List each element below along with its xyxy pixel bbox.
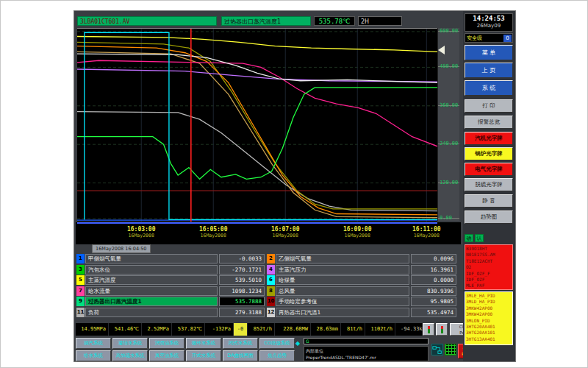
command-input[interactable]: G <box>304 338 429 344</box>
toolbar-button[interactable]: 凝结水系统 <box>112 338 148 349</box>
pen-tool-button-1[interactable] <box>423 323 434 336</box>
status-bar: 14.95MPa541.46℃2.52MPa537.82℃-132Pa-0852… <box>76 323 423 336</box>
link-nodes-icon[interactable] <box>431 344 443 355</box>
pen-table-right: 2乙侧烟气氧量0.00964主蒸汽压力16.39616给煤量0.00008总风量… <box>267 254 456 318</box>
alarm-item[interactable]: T18E12ACHT <box>466 258 512 264</box>
sidebar-button[interactable]: 电气光字牌 <box>465 163 513 176</box>
pen-label: 主蒸汽压力 <box>276 265 409 275</box>
trend-row[interactable]: 4主蒸汽压力16.3961 <box>267 265 456 275</box>
alarm-item[interactable]: 3MKW42AP00 <box>466 311 512 317</box>
toolbar-button[interactable]: DA曲线画面 <box>223 350 258 361</box>
sidebar-button[interactable]: 报警总览 <box>465 116 513 129</box>
toolbar-button[interactable]: 高加疏水系统 <box>112 350 148 361</box>
alarm-item[interactable]: 3MLON_PID <box>466 318 512 324</box>
toolbar-button[interactable]: 给水系统 <box>76 350 111 361</box>
cursor-timestamp: 16May2008 16:04:50 <box>92 244 151 253</box>
trend-row[interactable]: 6给煤量0.0000 <box>267 275 456 285</box>
sidebar-button[interactable]: 趋势图 <box>465 210 513 224</box>
toolbar-button[interactable]: 焦点趋势 <box>259 350 295 361</box>
trend-row[interactable]: 2乙侧烟气氧量0.0096 <box>267 254 456 263</box>
alarm-item[interactable]: IDF_OZF_F <box>466 271 512 277</box>
x-tick-time: 16:09:00 <box>343 226 372 233</box>
status-value: 28.63mm <box>311 323 340 336</box>
x-tick: 16:05:0016May2008 <box>199 226 228 238</box>
trend-row[interactable]: 3汽包水位-270.1721 <box>76 265 265 275</box>
alarm-ack-button[interactable]: 确 <box>465 234 473 242</box>
sidebar-button[interactable]: 上 页 <box>465 63 513 78</box>
toolbar-button[interactable]: 开式水系统 <box>186 350 221 361</box>
info-line-2: PreperTrendASDL.'TREND47'.mr <box>306 354 426 361</box>
security-count-badge: 0 <box>503 35 512 42</box>
toolbar-row-2: 给水系统高加疏水系统真空油系统开式水系统DA曲线画面焦点趋势 <box>76 350 295 361</box>
pen-color-chip: 10 <box>267 297 275 306</box>
alarm-item[interactable]: 3MKW42AP00 <box>466 305 512 311</box>
trend-row[interactable]: 5主蒸汽温度539.5010 <box>76 275 265 285</box>
trend-description-field[interactable]: 过热器出口蒸汽温度1 <box>221 16 311 26</box>
alarm-item[interactable]: B39O18HT <box>466 246 512 252</box>
pen-label: 过热器出口蒸汽温度1 <box>85 297 218 306</box>
info-line-1: 内部单位 <box>306 347 426 354</box>
sidebar-button[interactable]: 汽机光字牌 <box>465 132 513 145</box>
sidebar-button[interactable]: 静 音 <box>465 194 513 208</box>
diamond-icon[interactable]: ◆ <box>294 340 301 347</box>
x-tick-time: 16:11:00 <box>412 226 441 233</box>
pen-value: 539.5010 <box>219 275 265 285</box>
sidebar-button[interactable]: 脱硫光字牌 <box>465 178 513 191</box>
toolbar-button[interactable]: 润滑油系统 <box>149 338 184 349</box>
alarm-item[interactable]: 3HTG20AA401 <box>466 324 512 330</box>
pen-label: 乙侧烟气氧量 <box>276 254 409 263</box>
hmi-window: 3LBA01CT601.AV 过热器出口蒸汽温度1 535.78℃ 2H 600… <box>74 10 516 362</box>
pen-value-marker-icon <box>438 46 445 54</box>
trend-row[interactable]: 8总风量830.9396 <box>267 286 456 296</box>
pen-tool-button-2[interactable] <box>436 323 448 336</box>
alarm-item[interactable]: 3MLE_HA_PID <box>466 293 512 299</box>
y-tick-label: 360.00 <box>440 102 458 108</box>
trend-row[interactable]: 1甲侧烟气氧量-0.0033 <box>76 254 265 263</box>
trend-row[interactable]: 9过热器出口蒸汽温度1535.7888 <box>76 297 265 306</box>
alarm-item[interactable]: 3HTG13AA401 <box>466 336 512 342</box>
pen-color-chip: 9 <box>76 297 85 306</box>
trend-plot[interactable] <box>77 28 437 222</box>
trend-current-value: 535.78℃ <box>314 16 355 26</box>
sidebar: 14:24:53 26May09 安全级 0 菜 单上 页系 统打 印报警总览汽… <box>463 11 515 361</box>
trend-row[interactable]: 7给水流量1098.1234 <box>76 286 265 296</box>
pen-value: 95.9805 <box>411 297 456 306</box>
alarm-ack-button[interactable]: 认 <box>475 234 484 242</box>
pen-label: 负荷 <box>85 308 218 317</box>
pen-color-chip: 5 <box>76 275 85 285</box>
trend-tag-field[interactable]: 3LBA01CT601.AV <box>77 16 217 26</box>
alarm-item[interactable]: MLE_PAF <box>466 283 512 289</box>
pen-label: 主蒸汽温度 <box>85 275 218 285</box>
trend-range-selector[interactable]: 2H <box>358 16 402 26</box>
pen-value: 1098.1234 <box>219 286 265 296</box>
clock: 14:24:53 26May09 <box>465 13 513 32</box>
pen-color-chip: 4 <box>267 265 275 275</box>
pen-color-chip: 12 <box>267 308 275 317</box>
status-value: 541.46℃ <box>109 323 141 336</box>
toolbar-button[interactable]: 循环水系统 <box>186 338 221 349</box>
trend-row[interactable]: 10手动给定参考值95.9805 <box>267 297 456 306</box>
pen-label: 给水流量 <box>85 286 218 296</box>
alarm-item[interactable]: 3MLD_HA_PID <box>466 299 512 305</box>
alarm-item[interactable]: O2 <box>466 264 512 270</box>
sidebar-button[interactable]: 菜 单 <box>465 45 513 60</box>
toolbar-button[interactable]: CO排放系统 <box>259 338 295 349</box>
toolbar-button[interactable]: 抽汽系统 <box>76 338 111 349</box>
x-tick-date: 16May2008 <box>199 233 228 238</box>
sidebar-button[interactable]: 打 印 <box>465 99 513 113</box>
sidebar-button[interactable]: 系 统 <box>465 80 513 96</box>
toolbar-button[interactable]: 真空油系统 <box>149 350 184 361</box>
trend-row[interactable]: 12再热器出口汽温1535.4974 <box>267 308 456 317</box>
pen-color-chip: 11 <box>76 308 85 317</box>
alarm-item[interactable]: 3HTG20AA101 <box>466 330 512 336</box>
trend-curve <box>77 54 437 82</box>
grid-view-icon[interactable] <box>445 344 456 355</box>
alarm-item[interactable]: N01E17SS.AM <box>466 252 512 258</box>
x-tick: 16:09:0016May2008 <box>343 226 372 238</box>
alarm-item[interactable]: IDF_OZF <box>466 277 512 283</box>
sidebar-button[interactable]: 锅炉光字牌 <box>465 147 513 160</box>
x-tick: 16:07:0016May2008 <box>271 226 300 238</box>
toolbar-button[interactable]: 闭式水系统 <box>223 338 258 349</box>
trend-row[interactable]: 11负荷279.3188 <box>76 308 265 317</box>
trend-curve <box>77 112 437 211</box>
